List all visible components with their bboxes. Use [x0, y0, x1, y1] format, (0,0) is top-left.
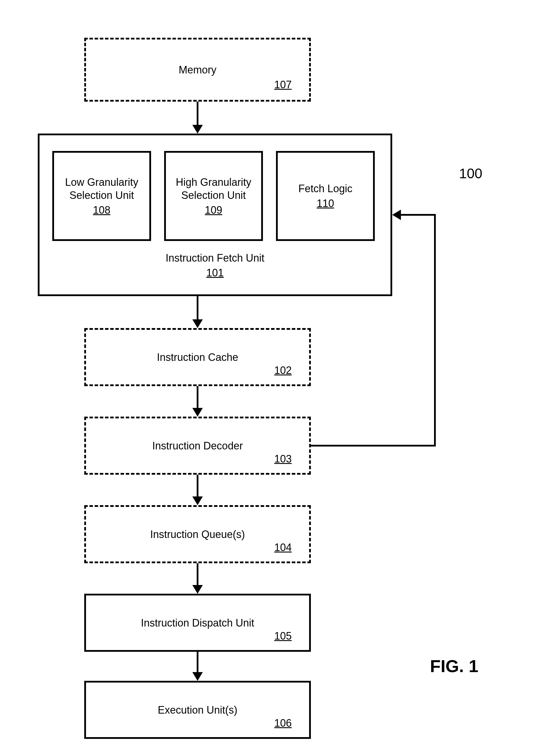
block-high-granularity-label: High Granularity Selection Unit	[173, 176, 254, 202]
block-idispatch-ref: 105	[274, 629, 292, 642]
block-instruction-cache: Instruction Cache 102	[84, 328, 311, 386]
block-icache-label: Instruction Cache	[157, 351, 238, 364]
arrow-head	[192, 585, 203, 594]
block-idecoder-ref: 103	[274, 452, 292, 465]
arrow-segment	[197, 475, 198, 497]
block-high-granularity: High Granularity Selection Unit 109	[164, 151, 263, 241]
figure-reference-number: 100	[459, 166, 482, 181]
arrow-segment	[197, 563, 198, 585]
block-exec-label: Execution Unit(s)	[158, 704, 237, 717]
block-low-granularity-label: Low Granularity Selection Unit	[61, 176, 142, 202]
block-iqueue-label: Instruction Queue(s)	[150, 528, 245, 541]
block-fetch-logic: Fetch Logic 110	[276, 151, 375, 241]
block-instruction-dispatch: Instruction Dispatch Unit 105	[84, 594, 311, 652]
block-low-granularity-ref: 108	[93, 203, 110, 217]
feedback-arrow-segment	[311, 445, 436, 446]
block-idecoder-label: Instruction Decoder	[152, 439, 243, 452]
arrow-segment	[197, 296, 198, 319]
block-fetch-logic-ref: 110	[317, 197, 334, 210]
block-memory-label: Memory	[179, 63, 217, 76]
block-memory-ref: 107	[274, 78, 292, 91]
arrow-head	[192, 497, 203, 505]
block-instruction-queue: Instruction Queue(s) 104	[84, 505, 311, 563]
diagram-canvas: 100 FIG. 1 Memory 107 Instruction Fetch …	[0, 0, 552, 756]
arrow-segment	[197, 652, 198, 672]
arrow-head	[192, 408, 203, 417]
arrow-segment	[197, 386, 198, 408]
feedback-arrow-head	[392, 210, 401, 220]
arrow-segment	[197, 102, 198, 125]
arrow-head	[192, 125, 203, 134]
arrow-head	[192, 319, 203, 328]
block-execution-units: Execution Unit(s) 106	[84, 681, 311, 739]
block-fetch-logic-label: Fetch Logic	[298, 182, 353, 195]
arrow-head	[192, 672, 203, 681]
block-exec-ref: 106	[274, 717, 292, 730]
block-ifu-label: Instruction Fetch Unit	[39, 251, 391, 264]
block-ifu-ref: 101	[39, 266, 391, 279]
block-iqueue-ref: 104	[274, 541, 292, 554]
block-icache-ref: 102	[274, 364, 292, 377]
figure-label: FIG. 1	[430, 656, 478, 676]
feedback-arrow-segment	[434, 214, 436, 446]
feedback-arrow-segment	[401, 214, 436, 216]
block-low-granularity: Low Granularity Selection Unit 108	[52, 151, 151, 241]
block-memory: Memory 107	[84, 38, 311, 102]
block-high-granularity-ref: 109	[205, 203, 222, 217]
block-instruction-decoder: Instruction Decoder 103	[84, 417, 311, 475]
block-idispatch-label: Instruction Dispatch Unit	[141, 616, 254, 629]
